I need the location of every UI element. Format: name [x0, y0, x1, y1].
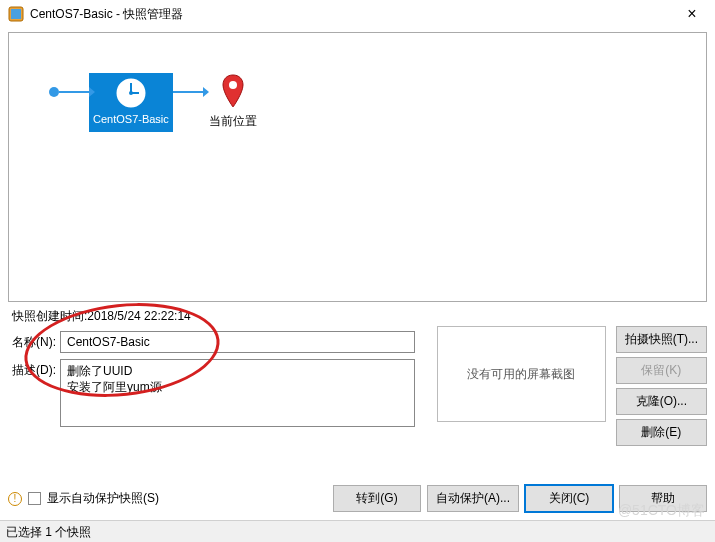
snapshot-tree-panel: CentOS7-Basic 当前位置 — [8, 32, 707, 302]
goto-button[interactable]: 转到(G) — [333, 485, 421, 512]
name-input[interactable] — [60, 331, 415, 353]
snapshot-label: CentOS7-Basic — [93, 113, 169, 126]
delete-button[interactable]: 删除(E) — [616, 419, 707, 446]
status-bar: 已选择 1 个快照 — [0, 520, 715, 542]
app-icon — [8, 6, 24, 22]
take-snapshot-button[interactable]: 拍摄快照(T)... — [616, 326, 707, 353]
svg-point-5 — [129, 91, 133, 95]
close-icon[interactable]: × — [677, 5, 707, 23]
screenshot-preview: 没有可用的屏幕截图 — [437, 326, 606, 422]
clock-icon — [113, 75, 149, 111]
details-panel: 快照创建时间:2018/5/24 22:22:14 名称(N): 描述(D): … — [8, 308, 707, 427]
watermark: @51CTO博客 — [618, 502, 705, 520]
window-title: CentOS7-Basic - 快照管理器 — [30, 6, 677, 23]
clone-button[interactable]: 克隆(O)... — [616, 388, 707, 415]
show-auto-protect-label: 显示自动保护快照(S) — [47, 490, 159, 507]
description-input[interactable] — [60, 359, 415, 427]
auto-protect-button[interactable]: 自动保护(A)... — [427, 485, 519, 512]
pin-icon — [220, 73, 246, 109]
svg-rect-1 — [11, 9, 21, 19]
snapshot-flow: CentOS7-Basic 当前位置 — [49, 73, 686, 132]
start-node — [49, 87, 59, 97]
created-time: 快照创建时间:2018/5/24 22:22:14 — [12, 308, 707, 325]
titlebar: CentOS7-Basic - 快照管理器 × — [0, 0, 715, 28]
current-location-label: 当前位置 — [203, 113, 263, 130]
arrow-icon — [173, 91, 203, 93]
keep-button[interactable]: 保留(K) — [616, 357, 707, 384]
bottom-bar: ! 显示自动保护快照(S) 转到(G) 自动保护(A)... 关闭(C) 帮助 — [8, 485, 707, 512]
name-label: 名称(N): — [8, 331, 60, 351]
svg-point-6 — [229, 81, 237, 89]
snapshot-node[interactable]: CentOS7-Basic — [89, 73, 173, 132]
description-label: 描述(D): — [8, 359, 60, 379]
warning-icon: ! — [8, 492, 22, 506]
show-auto-protect-checkbox[interactable] — [28, 492, 41, 505]
arrow-icon — [59, 91, 89, 93]
close-button[interactable]: 关闭(C) — [525, 485, 613, 512]
current-location-node[interactable]: 当前位置 — [203, 73, 263, 130]
